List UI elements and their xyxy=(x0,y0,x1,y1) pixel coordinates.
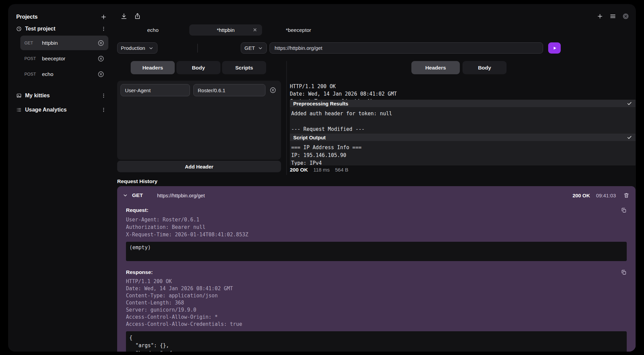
headers-editor xyxy=(117,81,281,160)
kebab-icon xyxy=(101,107,106,113)
import-button[interactable] xyxy=(121,13,127,20)
collection-name: Usage Analytics xyxy=(25,107,98,113)
tab-request-body[interactable]: Body xyxy=(176,61,220,74)
remove-request-button[interactable] xyxy=(98,71,104,78)
response-label: Response: xyxy=(126,269,153,275)
script-output[interactable]: === IP Address Info === IP: 195.146.105.… xyxy=(290,141,636,165)
request-label: Request: xyxy=(126,207,148,213)
new-tab-button[interactable] xyxy=(597,13,603,20)
tab-request-scripts[interactable]: Scripts xyxy=(222,61,266,74)
preprocessing-output[interactable]: Added auth header for token: null --- Re… xyxy=(290,107,636,134)
tab-response-headers[interactable]: Headers xyxy=(411,61,460,74)
add-header-button[interactable]: Add Header xyxy=(117,161,281,172)
download-icon xyxy=(121,13,127,20)
url-input[interactable] xyxy=(270,42,543,54)
kebab-icon xyxy=(101,26,106,32)
history-status: 200 OK xyxy=(573,193,590,198)
script-output-section-header[interactable]: Script Output xyxy=(290,134,636,141)
remove-request-button[interactable] xyxy=(98,40,104,46)
sidebar-item-my-kitties[interactable]: My kitties xyxy=(14,90,108,101)
x-circle-icon xyxy=(98,40,104,46)
status-code: 200 OK xyxy=(290,167,308,173)
sidebar-item-test-project[interactable]: Test project xyxy=(14,23,108,35)
history-time: 09:41:03 xyxy=(596,193,616,198)
request-method: POST xyxy=(24,72,40,77)
response-headers-preview: HTTP/1.1 200 OK Date: Wed, 14 Jan 2026 0… xyxy=(290,83,636,100)
file-tabs: echo *httpbin *beeceptor xyxy=(116,24,335,36)
request-name: echo xyxy=(42,71,95,77)
request-tabs: Headers Body Scripts xyxy=(131,61,266,74)
tab-httpbin[interactable]: *httpbin xyxy=(189,24,262,36)
history-response-headers: HTTP/1.1 200 OK Date: Wed, 14 Jan 2026 0… xyxy=(126,278,627,328)
close-window-button[interactable] xyxy=(622,13,629,20)
header-row xyxy=(121,84,278,96)
tab-label: Scripts xyxy=(235,65,253,71)
tab-label: Headers xyxy=(142,65,163,71)
project-menu-button[interactable] xyxy=(101,26,106,32)
menu-button[interactable] xyxy=(609,13,616,20)
plus-icon xyxy=(100,14,107,20)
collection-menu-button[interactable] xyxy=(101,93,106,98)
tab-response-body[interactable]: Body xyxy=(463,61,507,74)
tab-beeceptor[interactable]: *beeceptor xyxy=(262,24,335,36)
remove-header-button[interactable] xyxy=(270,87,276,94)
chevron-down-icon xyxy=(258,45,263,51)
request-history-title: Request History xyxy=(117,178,157,184)
tab-label: Headers xyxy=(425,65,446,71)
delete-history-button[interactable] xyxy=(623,192,629,198)
sidebar-item-beeceptor[interactable]: POST beeceptor xyxy=(20,51,108,66)
environment-select[interactable]: Production xyxy=(117,42,157,54)
history-request-headers: User-Agent: Roster/0.6.1 Authorization: … xyxy=(126,216,627,238)
history-response-body: { "args": {}, "headers": { xyxy=(126,331,627,352)
projects-title: Projects xyxy=(16,14,38,20)
copy-icon xyxy=(621,269,627,275)
check-icon xyxy=(627,135,632,140)
close-tab-button[interactable] xyxy=(253,27,257,32)
trash-icon xyxy=(623,192,629,198)
sidebar-header: Projects xyxy=(16,14,107,20)
tab-echo[interactable]: echo xyxy=(116,24,189,36)
method-select[interactable]: GET xyxy=(241,42,267,54)
header-key-input[interactable] xyxy=(121,84,190,96)
app-window: Projects Test project GET httpbin POST b… xyxy=(8,4,636,352)
method-value: GET xyxy=(244,45,255,51)
history-entry-header[interactable]: GET https://httpbin.org/get 200 OK 09:41… xyxy=(121,190,632,200)
sidebar-item-usage-analytics[interactable]: Usage Analytics xyxy=(14,104,108,116)
environment-value: Production xyxy=(121,45,145,51)
section-title: Script Output xyxy=(293,135,326,140)
close-icon xyxy=(253,27,257,32)
share-icon xyxy=(134,13,141,20)
add-project-button[interactable] xyxy=(100,14,107,20)
add-header-label: Add Header xyxy=(185,164,213,170)
x-circle-icon xyxy=(270,87,276,94)
kebab-icon xyxy=(101,93,106,98)
history-request-body: (empty) xyxy=(126,242,627,261)
request-section-row: Request: xyxy=(126,207,627,213)
main-area: echo *httpbin *beeceptor Production GET xyxy=(113,4,636,352)
tab-label: *beeceptor xyxy=(286,27,311,33)
tab-label: Body xyxy=(192,65,205,71)
header-value-input[interactable] xyxy=(193,84,265,96)
send-button[interactable] xyxy=(548,42,561,54)
response-section-row: Response: xyxy=(126,269,627,275)
response-time: 118 ms xyxy=(313,167,329,173)
preprocessing-section-header[interactable]: Preprocessing Results xyxy=(290,100,636,107)
sidebar-item-echo[interactable]: POST echo xyxy=(20,67,108,81)
tab-request-headers[interactable]: Headers xyxy=(131,61,175,74)
collection-menu-button[interactable] xyxy=(101,107,106,113)
response-tabs: Headers Body xyxy=(411,61,507,74)
chevron-down-icon[interactable] xyxy=(123,193,128,198)
copy-request-button[interactable] xyxy=(621,207,627,213)
history-method: GET xyxy=(132,192,143,198)
section-title: Preprocessing Results xyxy=(293,101,348,106)
sidebar-item-httpbin[interactable]: GET httpbin xyxy=(20,36,108,50)
tab-label: Body xyxy=(478,65,491,71)
toolbar-right xyxy=(597,13,629,20)
tab-label: echo xyxy=(147,27,159,33)
remove-request-button[interactable] xyxy=(98,55,104,62)
copy-response-button[interactable] xyxy=(621,269,627,275)
export-button[interactable] xyxy=(134,13,141,20)
tab-label: *httpbin xyxy=(217,27,235,33)
response-status-bar: 200 OK 118 ms 564 B xyxy=(290,167,348,173)
request-method: POST xyxy=(24,56,40,61)
